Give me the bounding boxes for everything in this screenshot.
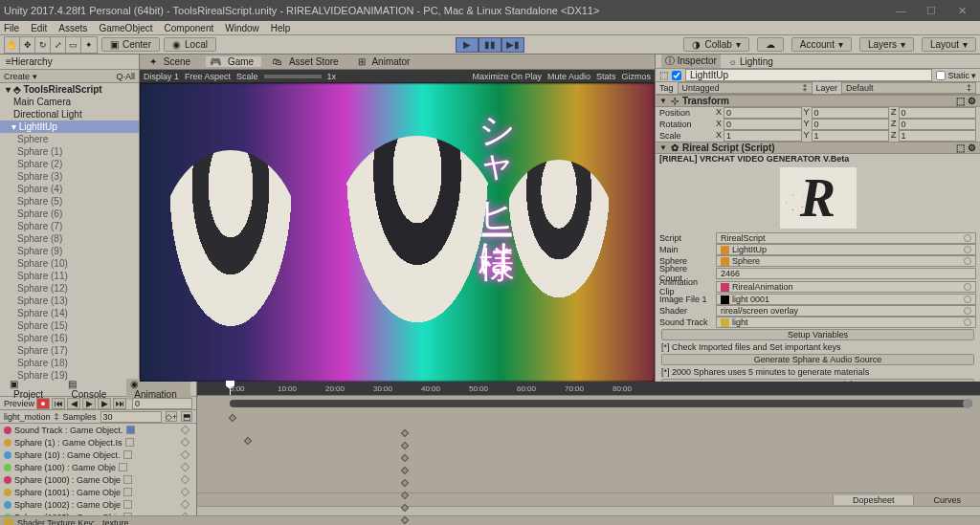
collab-dropdown[interactable]: ◑Collab ▾: [683, 37, 748, 52]
image-slot[interactable]: light 0001: [716, 294, 976, 305]
clip-slot[interactable]: RirealAnimation: [716, 281, 976, 293]
hand-tool-icon[interactable]: ✋: [5, 37, 20, 53]
hierarchy-child[interactable]: Sphare (5): [0, 195, 139, 208]
sphere-count-field[interactable]: 2466: [716, 268, 976, 279]
anim-property-row[interactable]: Sphare (1002) : Game Obje: [0, 498, 196, 511]
menu-window[interactable]: Window: [225, 23, 259, 33]
audio-clip-bar[interactable]: [230, 400, 972, 407]
layer-dropdown[interactable]: Default‡: [841, 82, 976, 94]
rireal-script-component[interactable]: ▼✿ Rireal Script (Script)⬚ ⚙: [656, 142, 980, 154]
static-checkbox[interactable]: [936, 71, 946, 80]
pos-x[interactable]: 0: [724, 107, 801, 119]
anim-property-row[interactable]: Sphare (10) : Game Object.: [0, 448, 196, 461]
hierarchy-child[interactable]: Sphare (18): [0, 357, 139, 369]
minimize-button[interactable]: —: [886, 5, 915, 17]
keyframe-icon[interactable]: [181, 450, 190, 460]
hierarchy-item[interactable]: Main Camera: [0, 96, 139, 108]
tab-asset-store[interactable]: 🛍 Asset Store: [269, 56, 345, 67]
menu-help[interactable]: Help: [271, 23, 291, 33]
play-button[interactable]: ▶: [456, 37, 479, 53]
samples-field[interactable]: 30: [100, 411, 162, 423]
pause-button[interactable]: ▮▮: [479, 37, 501, 53]
keyframe[interactable]: [244, 437, 252, 445]
script-slot[interactable]: RirealScript: [716, 232, 976, 244]
maximize-toggle[interactable]: Maximize On Play: [472, 72, 542, 81]
layout-dropdown[interactable]: Layout ▾: [922, 37, 976, 52]
hierarchy-child[interactable]: Sphare (13): [0, 295, 139, 307]
hierarchy-child[interactable]: Sphare (7): [0, 220, 139, 232]
rot-x[interactable]: 0: [724, 119, 801, 130]
menu-edit[interactable]: Edit: [31, 23, 47, 33]
active-checkbox[interactable]: [672, 71, 681, 80]
hierarchy-item-selected[interactable]: ▾ LightItUp: [0, 120, 139, 133]
pivot-center[interactable]: ▣Center: [101, 37, 160, 52]
object-name-field[interactable]: LightItUp: [685, 69, 932, 81]
hierarchy-child[interactable]: Sphare (10): [0, 257, 139, 270]
track-area[interactable]: [197, 395, 980, 492]
main-slot[interactable]: LightItUp: [716, 244, 976, 255]
hierarchy-child[interactable]: Sphare (16): [0, 332, 139, 344]
menu-component[interactable]: Component: [165, 23, 214, 33]
anim-property-checkbox[interactable]: [123, 500, 132, 509]
keyframe-icon[interactable]: [181, 488, 190, 497]
menu-assets[interactable]: Assets: [58, 23, 87, 33]
prev-key-button[interactable]: ◀: [67, 398, 80, 409]
record-button[interactable]: ●: [36, 398, 50, 409]
display-dropdown[interactable]: Display 1: [144, 72, 179, 81]
rot-z[interactable]: 0: [899, 119, 976, 130]
create-dropdown[interactable]: Create ▾: [4, 72, 37, 81]
keyframe-icon[interactable]: [181, 426, 190, 435]
anim-property-row[interactable]: Sphare (1001) : Game Obje: [0, 486, 196, 498]
dopesheet-tab[interactable]: Dopesheet: [833, 495, 914, 505]
timeline-ruler[interactable]: 0:0010:0020:0030:0040:0050:0060:0070:008…: [197, 382, 980, 395]
anim-property-checkbox[interactable]: [119, 463, 127, 471]
tab-animator[interactable]: ⊞ Animator: [354, 56, 418, 67]
tag-dropdown[interactable]: Untagged‡: [678, 82, 813, 94]
hierarchy-child[interactable]: Sphare (1): [0, 145, 139, 158]
keyframe-icon[interactable]: [181, 438, 190, 448]
anim-property-row[interactable]: Sound Track : Game Object.: [0, 424, 196, 436]
keyframe-icon[interactable]: [181, 463, 190, 472]
transform-tool-icon[interactable]: ✦: [81, 37, 97, 53]
hierarchy-child[interactable]: Sphare (2): [0, 158, 139, 170]
maximize-button[interactable]: ☐: [917, 5, 946, 17]
soundtrack-slot[interactable]: light: [716, 317, 976, 328]
scale-tool-icon[interactable]: ⤢: [51, 37, 66, 53]
hierarchy-child[interactable]: Sphare (17): [0, 344, 139, 357]
scale-slider[interactable]: [264, 75, 322, 78]
hierarchy-tab[interactable]: ≡ Hierarchy: [0, 55, 139, 70]
frame-field[interactable]: 0: [132, 398, 192, 409]
layers-dropdown[interactable]: Layers ▾: [859, 37, 914, 52]
keyframe-icon[interactable]: [181, 475, 190, 485]
cloud-button[interactable]: ☁: [757, 37, 784, 52]
anim-property-row[interactable]: Sphare (1000) : Game Obje: [0, 473, 196, 486]
hierarchy-root[interactable]: ▾ ⬘ ToolsRirealScript: [0, 83, 139, 96]
menu-file[interactable]: File: [4, 23, 19, 33]
keyframe[interactable]: [401, 429, 409, 437]
close-button[interactable]: ✕: [947, 5, 976, 17]
move-tool-icon[interactable]: ✥: [20, 37, 35, 53]
add-key-button[interactable]: ◇+: [166, 411, 177, 422]
shader-slot[interactable]: rireal/screen overlay: [716, 305, 976, 317]
pos-z[interactable]: 0: [899, 107, 976, 119]
anim-property-row[interactable]: Sphare (100) : Game Obje: [0, 461, 196, 473]
tab-lighting[interactable]: ☼ Lighting: [728, 56, 773, 67]
last-frame-button[interactable]: ⏭: [113, 398, 126, 409]
keyframe-icon[interactable]: [181, 513, 190, 515]
hierarchy-child[interactable]: Sphare (14): [0, 307, 139, 319]
scl-z[interactable]: 1: [899, 130, 976, 142]
pos-y[interactable]: 0: [812, 107, 889, 119]
hierarchy-child[interactable]: Sphare (11): [0, 270, 139, 282]
menu-gameobject[interactable]: GameObject: [99, 23, 152, 33]
pivot-local[interactable]: ◉Local: [164, 37, 216, 52]
tab-scene[interactable]: ✦ Scene: [145, 56, 198, 67]
hierarchy-child[interactable]: Sphare (15): [0, 319, 139, 332]
hierarchy-child[interactable]: Sphare (4): [0, 183, 139, 195]
generate-sphere-button[interactable]: Generate Sphare & Audio Source: [661, 354, 974, 365]
anim-property-checkbox[interactable]: [123, 475, 132, 484]
setup-variables-button[interactable]: Setup Variables: [661, 329, 974, 340]
account-dropdown[interactable]: Account ▾: [791, 37, 852, 52]
keyframe[interactable]: [401, 479, 409, 487]
keyframe[interactable]: [401, 454, 409, 462]
anim-property-checkbox[interactable]: [125, 438, 134, 447]
